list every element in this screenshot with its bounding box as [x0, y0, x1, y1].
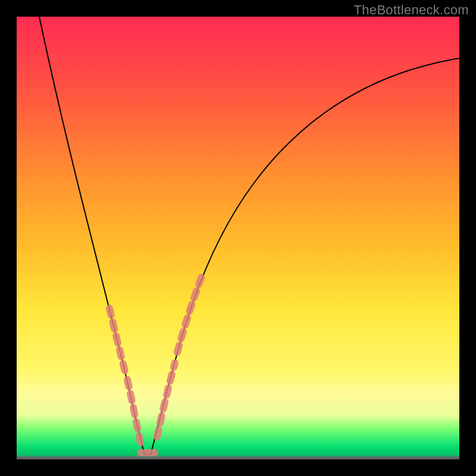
gpu-bead-lower	[157, 363, 175, 437]
plot-gradient-area	[17, 17, 459, 459]
cpu-bead-upper	[109, 308, 125, 371]
bottleneck-curve	[17, 17, 459, 459]
watermark-text: TheBottleneck.com	[354, 2, 469, 18]
cpu-bead-lower	[127, 380, 141, 445]
gpu-bead-upper	[177, 275, 202, 352]
curve-path	[39, 17, 459, 455]
